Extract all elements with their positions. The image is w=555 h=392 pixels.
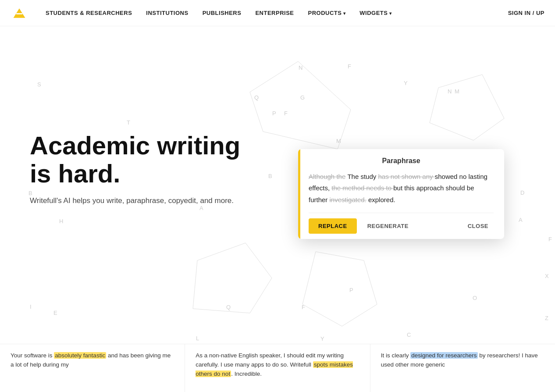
nav-enterprise[interactable]: ENTERPRISE <box>255 10 294 16</box>
card-actions: REPLACE REGENERATE CLOSE <box>298 213 504 239</box>
svg-marker-5 <box>193 243 272 313</box>
testimonial-2: As a non-native English speaker, I shoul… <box>185 344 370 392</box>
testimonials-section: Your software is absolutely fantastic an… <box>0 344 555 392</box>
new-text-3: explored. <box>368 196 395 203</box>
logo[interactable] <box>11 4 28 22</box>
testimonial-1-highlight: absolutely fantastic <box>54 352 106 359</box>
decorative-polygon-bottom <box>132 234 438 357</box>
svg-marker-3 <box>430 75 504 140</box>
hero-section: S N F Y Q G P F T T B M Q A H D A B I E … <box>0 26 555 392</box>
original-text-2: the method needs to <box>331 184 393 192</box>
close-button[interactable]: CLOSE <box>462 218 494 234</box>
original-text-1: has not shown any <box>378 173 434 180</box>
nav-products[interactable]: PRODUCTS <box>308 10 346 16</box>
nav-widgets[interactable]: WIDGETS <box>359 10 391 16</box>
testimonial-1: Your software is absolutely fantastic an… <box>0 344 185 392</box>
testimonial-2-after: . Incredible. <box>231 371 262 377</box>
hero-subtitle: Writefull's AI helps you write, paraphra… <box>30 196 240 205</box>
svg-rect-1 <box>16 13 22 14</box>
testimonial-1-before: Your software is <box>11 352 54 359</box>
signin-button[interactable]: SIGN IN / UP <box>508 10 544 16</box>
original-text-3: investigated. <box>330 196 366 203</box>
hero-text-block: Academic writing is hard. Writefull's AI… <box>30 132 258 205</box>
card-header: Paraphrase <box>298 149 504 169</box>
new-text-study: The study <box>347 173 378 180</box>
navigation: STUDENTS & RESEARCHERS INSTITUTIONS PUBL… <box>0 0 555 26</box>
card-title: Paraphrase <box>382 157 420 164</box>
nav-links: STUDENTS & RESEARCHERS INSTITUTIONS PUBL… <box>46 10 508 16</box>
paraphrase-card: Paraphrase Although the The study has no… <box>298 149 504 239</box>
original-text-prefix: Although the <box>309 173 345 180</box>
svg-marker-2 <box>250 61 351 149</box>
nav-institutions[interactable]: INSTITUTIONS <box>146 10 188 16</box>
card-accent-bar <box>298 149 300 239</box>
hero-title: Academic writing is hard. <box>30 132 258 188</box>
testimonial-3: It is clearly designed for researchers b… <box>370 344 555 392</box>
testimonial-3-highlight: designed for researchers <box>410 352 477 359</box>
nav-publishers[interactable]: PUBLISHERS <box>203 10 242 16</box>
card-body: Although the The study has not shown any… <box>298 169 504 213</box>
testimonial-3-before: It is clearly <box>381 352 411 359</box>
svg-marker-6 <box>302 252 377 326</box>
replace-button[interactable]: REPLACE <box>309 218 357 234</box>
nav-students[interactable]: STUDENTS & RESEARCHERS <box>46 10 132 16</box>
regenerate-button[interactable]: REGENERATE <box>362 218 414 234</box>
